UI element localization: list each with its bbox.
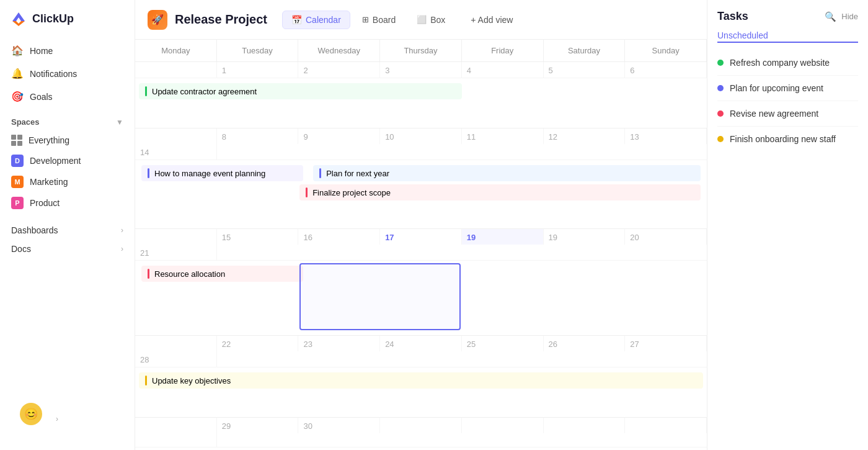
date-cell: 6 <box>625 62 707 78</box>
date-cell: 22 <box>217 336 299 351</box>
clickup-logo-icon <box>10 10 27 27</box>
add-view-label: + Add view <box>471 15 513 25</box>
sidebar-item-everything[interactable]: Everything <box>5 130 130 150</box>
event-update-key-objectives[interactable]: Update key objectives <box>139 372 703 389</box>
date-cell <box>135 418 217 433</box>
task-dot <box>717 110 724 117</box>
project-title: Release Project <box>175 12 267 27</box>
sidebar-item-goals[interactable]: 🎯 Goals <box>5 86 130 107</box>
event-color-bar <box>145 86 147 96</box>
tab-board[interactable]: ⊞ Board <box>353 11 405 29</box>
event-manage-planning[interactable]: How to manage event planning <box>141 165 303 181</box>
event-color-bar <box>145 376 147 385</box>
task-label: Revise new agreement <box>730 109 818 119</box>
event-color-bar <box>148 168 149 178</box>
add-view-button[interactable]: + Add view <box>462 11 521 29</box>
tasks-filter-unscheduled[interactable]: Unscheduled <box>717 30 858 43</box>
task-item-onboarding[interactable]: Finish onboarding new staff <box>717 127 858 151</box>
date-cell: 14 <box>135 144 217 160</box>
date-cell <box>135 62 217 78</box>
marketing-badge: M <box>11 176 24 188</box>
date-cell: 15 <box>217 229 299 245</box>
tasks-panel-header: Tasks 🔍 Hide <box>717 10 858 23</box>
sidebar-item-docs[interactable]: Docs › <box>5 240 130 258</box>
event-label: Resource allocation <box>154 269 225 279</box>
selected-date-range[interactable] <box>299 263 460 330</box>
date-cell <box>135 128 217 144</box>
week-5-events <box>135 448 707 450</box>
date-cell: 26 <box>544 336 626 351</box>
task-item-plan-event[interactable]: Plan for upcoming event <box>717 76 858 101</box>
main-content: 🚀 Release Project 📅 Calendar ⊞ Board ⬜ B… <box>135 0 707 450</box>
sidebar-item-product[interactable]: P Product <box>5 192 130 214</box>
main-nav: 🏠 Home 🔔 Notifications 🎯 Goals <box>0 40 135 107</box>
day-wednesday: Wednesday <box>298 40 380 61</box>
sidebar-item-dashboards[interactable]: Dashboards › <box>5 221 130 240</box>
home-icon: 🏠 <box>11 45 24 56</box>
task-label: Refresh company website <box>730 58 830 68</box>
tab-calendar-label: Calendar <box>306 15 341 25</box>
tab-box[interactable]: ⬜ Box <box>407 11 454 29</box>
date-cell <box>135 229 217 245</box>
week-4-events: Update key objectives <box>135 367 707 417</box>
search-icon[interactable]: 🔍 <box>825 11 836 22</box>
date-cell: 29 <box>217 418 299 433</box>
user-avatar[interactable]: 😊 <box>20 403 42 425</box>
task-label: Plan for upcoming event <box>730 83 823 93</box>
app-logo[interactable]: ClickUp <box>0 10 135 40</box>
event-plan-next-year[interactable]: Plan for next year <box>313 165 701 181</box>
date-cell: 2 <box>298 62 380 78</box>
day-friday: Friday <box>462 40 544 61</box>
calendar-week-2: 8 9 10 11 12 13 14 How to manage event p… <box>135 128 707 229</box>
board-icon: ⊞ <box>362 15 369 24</box>
date-cell <box>135 336 217 351</box>
event-label: Update contractor agreement <box>152 87 257 96</box>
sidebar-item-development[interactable]: D Development <box>5 150 130 171</box>
hide-button[interactable]: Hide <box>841 12 858 21</box>
date-cell: 4 <box>462 62 544 78</box>
sidebar-item-marketing-label: Marketing <box>30 177 68 187</box>
task-item-revise[interactable]: Revise new agreement <box>717 101 858 127</box>
task-dot <box>717 136 724 142</box>
tasks-panel-title: Tasks <box>717 10 748 23</box>
event-color-bar <box>319 168 321 178</box>
event-finalize-scope[interactable]: Finalize project scope <box>299 184 701 200</box>
chevron-down-icon: ▼ <box>116 118 123 127</box>
event-resource-allocation[interactable]: Resource allocation <box>141 266 303 282</box>
date-cell <box>135 433 217 447</box>
day-thursday: Thursday <box>380 40 462 61</box>
calendar-view: Monday Tuesday Wednesday Thursday Friday… <box>135 40 707 450</box>
sidebar-item-marketing[interactable]: M Marketing <box>5 171 130 192</box>
week-2-dates: 8 9 10 11 12 13 14 <box>135 128 707 160</box>
day-tuesday: Tuesday <box>217 40 299 61</box>
task-item-refresh[interactable]: Refresh company website <box>717 50 858 76</box>
box-icon: ⬜ <box>417 15 427 24</box>
sidebar-item-home[interactable]: 🏠 Home <box>5 40 130 61</box>
tab-calendar[interactable]: 📅 Calendar <box>282 11 350 29</box>
dashboards-label: Dashboards <box>11 225 58 235</box>
event-update-contractor[interactable]: Update contractor agreement <box>139 83 462 99</box>
tasks-list: Refresh company website Plan for upcomin… <box>717 50 858 151</box>
date-cell: 1 <box>217 62 299 78</box>
date-cell: 10 <box>380 128 462 144</box>
page-header: 🚀 Release Project 📅 Calendar ⊞ Board ⬜ B… <box>135 0 707 40</box>
calendar-week-5: 29 30 <box>135 418 707 450</box>
sidebar-item-notifications-label: Notifications <box>30 69 77 79</box>
week-4-dates: 22 23 24 25 26 27 28 <box>135 336 707 367</box>
sidebar-bottom: 😊 › <box>0 398 135 440</box>
date-cell: 13 <box>625 128 707 144</box>
date-cell: 24 <box>380 336 462 351</box>
date-cell: 9 <box>298 128 380 144</box>
spaces-title[interactable]: Spaces ▼ <box>5 110 130 130</box>
date-cell <box>380 418 462 433</box>
event-color-bar <box>148 269 149 279</box>
event-label: Plan for next year <box>326 169 389 178</box>
sidebar-item-notifications[interactable]: 🔔 Notifications <box>5 63 130 84</box>
week-1-events: Update contractor agreement <box>135 78 707 128</box>
date-cell: 19 <box>544 229 626 245</box>
date-cell: 5 <box>544 62 626 78</box>
target-icon: 🎯 <box>11 91 24 102</box>
week-1-dates: 1 2 3 4 5 6 <box>135 62 707 78</box>
day-saturday: Saturday <box>544 40 626 61</box>
chevron-right-icon-docs: › <box>121 245 123 253</box>
